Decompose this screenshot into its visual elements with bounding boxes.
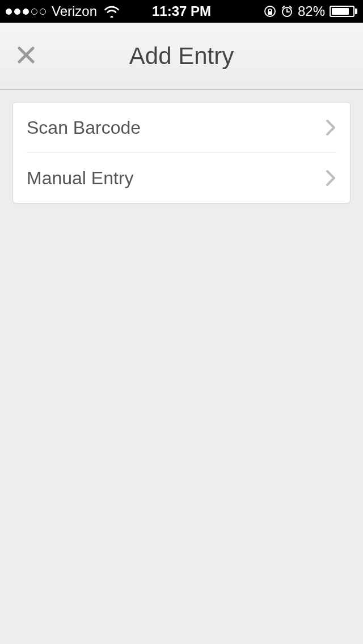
- status-right: 82%: [264, 3, 357, 19]
- svg-line-5: [282, 6, 284, 8]
- svg-line-6: [290, 6, 292, 8]
- close-button[interactable]: [12, 43, 40, 70]
- status-left: Verizon: [6, 3, 120, 19]
- svg-rect-1: [268, 11, 272, 15]
- clock: 11:37 PM: [152, 3, 211, 19]
- close-icon: [16, 45, 36, 67]
- battery-icon: [330, 6, 357, 17]
- alarm-icon: [281, 5, 293, 18]
- carrier-label: Verizon: [52, 3, 97, 19]
- wifi-icon: [104, 5, 120, 18]
- chevron-right-icon: [325, 169, 336, 187]
- orientation-lock-icon: [264, 5, 276, 18]
- page-title: Add Entry: [129, 43, 234, 70]
- option-label: Manual Entry: [27, 168, 325, 189]
- chevron-right-icon: [325, 118, 336, 137]
- signal-strength-icon: [6, 9, 46, 15]
- option-manual-entry[interactable]: Manual Entry: [13, 153, 350, 203]
- content-area: Scan Barcode Manual Entry: [0, 90, 363, 216]
- option-scan-barcode[interactable]: Scan Barcode: [13, 103, 350, 152]
- status-bar: Verizon 11:37 PM: [0, 0, 363, 23]
- battery-percent: 82%: [298, 3, 325, 19]
- nav-header: Add Entry: [0, 23, 363, 90]
- options-card: Scan Barcode Manual Entry: [12, 102, 351, 204]
- option-label: Scan Barcode: [27, 117, 325, 138]
